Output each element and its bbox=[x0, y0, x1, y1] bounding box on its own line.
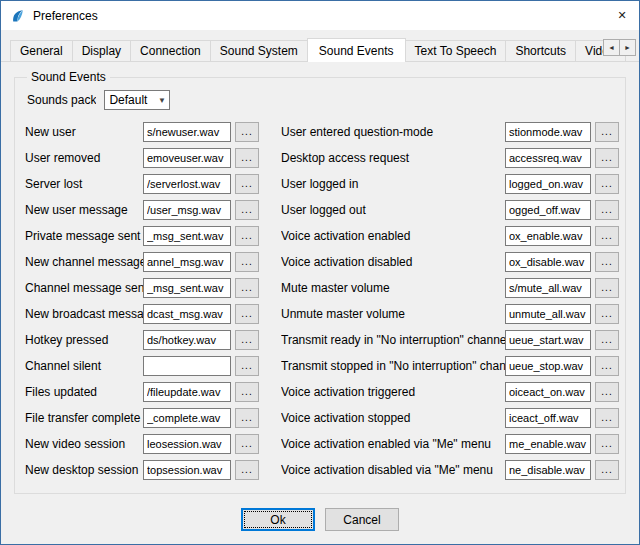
sound-event-label: Transmit ready in "No interruption" chan… bbox=[281, 333, 505, 347]
tab-general[interactable]: General bbox=[10, 40, 73, 61]
row-server-lost: Server lost ... bbox=[25, 173, 281, 194]
sound-event-label: New broadcast message bbox=[25, 307, 143, 321]
browse-button[interactable]: ... bbox=[595, 226, 619, 246]
sound-file-input[interactable] bbox=[143, 122, 231, 142]
browse-button[interactable]: ... bbox=[235, 174, 259, 194]
browse-button[interactable]: ... bbox=[595, 330, 619, 350]
sound-event-label: Private message sent bbox=[25, 229, 143, 243]
dialog-buttons: Ok Cancel bbox=[1, 508, 639, 531]
group-title: Sound Events bbox=[27, 70, 110, 84]
browse-button[interactable]: ... bbox=[595, 460, 619, 480]
browse-button[interactable]: ... bbox=[235, 356, 259, 376]
row-desktop-access-request: Desktop access request ... bbox=[281, 147, 619, 168]
tab-shortcuts[interactable]: Shortcuts bbox=[505, 40, 576, 61]
row-voice-activation-enabled-me-menu: Voice activation enabled via "Me" menu .… bbox=[281, 433, 619, 454]
tab-sound-events[interactable]: Sound Events bbox=[307, 38, 406, 62]
window-title: Preferences bbox=[33, 9, 98, 23]
browse-button[interactable]: ... bbox=[235, 226, 259, 246]
tab-scroll-left-icon[interactable]: ◄ bbox=[603, 39, 620, 56]
browse-button[interactable]: ... bbox=[235, 252, 259, 272]
browse-button[interactable]: ... bbox=[595, 434, 619, 454]
sound-file-input[interactable] bbox=[143, 434, 231, 454]
sound-file-input[interactable] bbox=[505, 148, 591, 168]
browse-button[interactable]: ... bbox=[235, 382, 259, 402]
sound-file-input[interactable] bbox=[505, 174, 591, 194]
browse-button[interactable]: ... bbox=[595, 382, 619, 402]
row-hotkey-pressed: Hotkey pressed ... bbox=[25, 329, 281, 350]
sound-file-input[interactable] bbox=[143, 304, 231, 324]
tab-display[interactable]: Display bbox=[72, 40, 131, 61]
sound-file-input[interactable] bbox=[143, 382, 231, 402]
browse-button[interactable]: ... bbox=[235, 434, 259, 454]
sound-file-input[interactable] bbox=[505, 330, 591, 350]
sound-file-input[interactable] bbox=[143, 226, 231, 246]
tab-text-to-speech[interactable]: Text To Speech bbox=[405, 40, 507, 61]
sound-event-label: User logged out bbox=[281, 203, 505, 217]
tab-connection[interactable]: Connection bbox=[130, 40, 211, 61]
sound-event-label: User logged in bbox=[281, 177, 505, 191]
sound-file-input[interactable] bbox=[143, 356, 231, 376]
browse-button[interactable]: ... bbox=[235, 460, 259, 480]
sound-file-input[interactable] bbox=[505, 434, 591, 454]
row-mute-master-volume: Mute master volume ... bbox=[281, 277, 619, 298]
sound-file-input[interactable] bbox=[143, 408, 231, 428]
sound-file-input[interactable] bbox=[505, 200, 591, 220]
sound-file-input[interactable] bbox=[143, 148, 231, 168]
browse-button[interactable]: ... bbox=[235, 304, 259, 324]
sound-events-group: Sound Events Sounds pack Default ▼ New u… bbox=[14, 70, 626, 494]
sound-event-label: Voice activation enabled via "Me" menu bbox=[281, 437, 505, 451]
ok-button[interactable]: Ok bbox=[241, 508, 315, 531]
row-transmit-ready: Transmit ready in "No interruption" chan… bbox=[281, 329, 619, 350]
sound-file-input[interactable] bbox=[505, 356, 591, 376]
row-voice-activation-disabled-me-menu: Voice activation disabled via "Me" menu … bbox=[281, 459, 619, 480]
browse-button[interactable]: ... bbox=[595, 148, 619, 168]
row-user-logged-in: User logged in ... bbox=[281, 173, 619, 194]
row-voice-activation-enabled: Voice activation enabled ... bbox=[281, 225, 619, 246]
browse-button[interactable]: ... bbox=[235, 330, 259, 350]
sound-file-input[interactable] bbox=[143, 200, 231, 220]
sound-file-input[interactable] bbox=[505, 382, 591, 402]
cancel-button[interactable]: Cancel bbox=[325, 508, 399, 531]
browse-button[interactable]: ... bbox=[595, 278, 619, 298]
sound-file-input[interactable] bbox=[505, 408, 591, 428]
row-new-user: New user ... bbox=[25, 121, 281, 142]
browse-button[interactable]: ... bbox=[595, 356, 619, 376]
row-voice-activation-disabled: Voice activation disabled ... bbox=[281, 251, 619, 272]
sound-event-label: Voice activation disabled via "Me" menu bbox=[281, 463, 505, 477]
browse-button[interactable]: ... bbox=[235, 278, 259, 298]
browse-button[interactable]: ... bbox=[595, 304, 619, 324]
sounds-pack-select[interactable]: Default ▼ bbox=[104, 90, 170, 110]
sound-file-input[interactable] bbox=[143, 278, 231, 298]
browse-button[interactable]: ... bbox=[235, 148, 259, 168]
browse-button[interactable]: ... bbox=[595, 122, 619, 142]
sound-file-input[interactable] bbox=[143, 330, 231, 350]
sound-file-input[interactable] bbox=[505, 460, 591, 480]
sound-file-input[interactable] bbox=[505, 122, 591, 142]
sound-file-input[interactable] bbox=[143, 460, 231, 480]
browse-button[interactable]: ... bbox=[235, 122, 259, 142]
sound-event-label: Hotkey pressed bbox=[25, 333, 143, 347]
browse-button[interactable]: ... bbox=[595, 408, 619, 428]
sound-event-label: Voice activation stopped bbox=[281, 411, 505, 425]
sound-file-input[interactable] bbox=[505, 226, 591, 246]
row-files-updated: Files updated ... bbox=[25, 381, 281, 402]
row-user-logged-out: User logged out ... bbox=[281, 199, 619, 220]
browse-button[interactable]: ... bbox=[235, 200, 259, 220]
browse-button[interactable]: ... bbox=[595, 252, 619, 272]
browse-button[interactable]: ... bbox=[595, 200, 619, 220]
sound-event-label: Desktop access request bbox=[281, 151, 505, 165]
tab-sound-system[interactable]: Sound System bbox=[210, 40, 308, 61]
sound-event-label: User removed bbox=[25, 151, 143, 165]
row-private-message-sent: Private message sent ... bbox=[25, 225, 281, 246]
row-unmute-master-volume: Unmute master volume ... bbox=[281, 303, 619, 324]
sound-event-columns: New user ... User removed ... Server los… bbox=[25, 121, 619, 485]
close-icon[interactable]: ✕ bbox=[605, 1, 639, 30]
sound-file-input[interactable] bbox=[505, 252, 591, 272]
sound-file-input[interactable] bbox=[505, 278, 591, 298]
sound-file-input[interactable] bbox=[143, 174, 231, 194]
sound-file-input[interactable] bbox=[143, 252, 231, 272]
browse-button[interactable]: ... bbox=[595, 174, 619, 194]
sound-file-input[interactable] bbox=[505, 304, 591, 324]
browse-button[interactable]: ... bbox=[235, 408, 259, 428]
tab-scroll-right-icon[interactable]: ► bbox=[619, 39, 636, 56]
